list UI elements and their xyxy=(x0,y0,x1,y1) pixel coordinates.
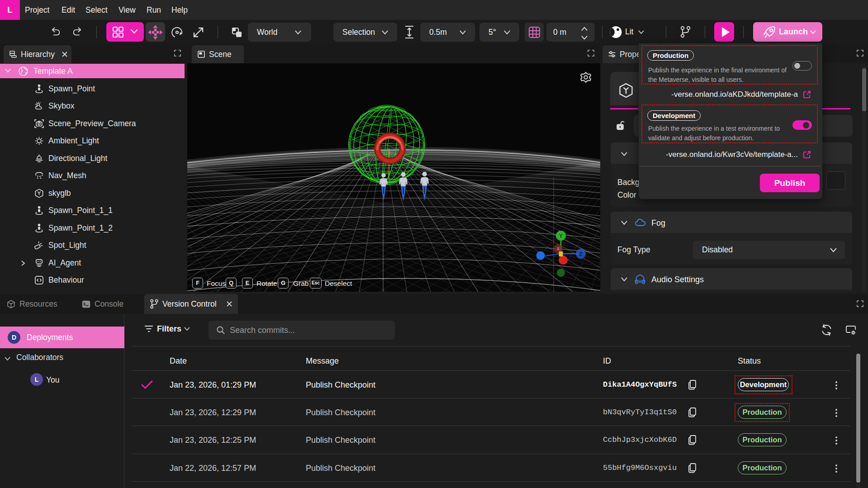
svg-text:Z: Z xyxy=(579,251,582,257)
svg-text:Y: Y xyxy=(559,233,563,239)
svg-text:X: X xyxy=(557,246,560,251)
